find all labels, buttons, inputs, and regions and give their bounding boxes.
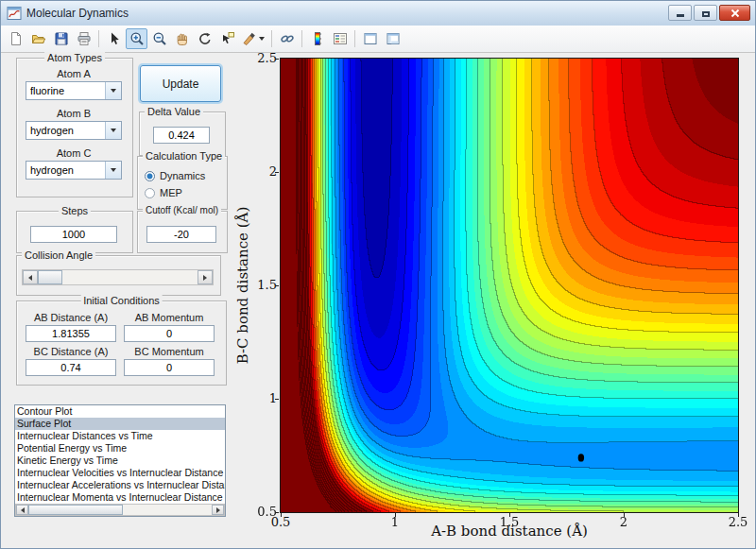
toolbar-separator <box>354 30 355 47</box>
list-item[interactable]: Contour Plot <box>15 405 225 418</box>
radio-selected-icon <box>145 171 155 181</box>
x-tick-label: 2.5 <box>726 515 750 529</box>
show-plot-tools-icon <box>386 31 401 46</box>
list-item[interactable]: Kinetic Energy vs Time <box>15 455 225 467</box>
steps-field[interactable]: 1000 <box>30 226 117 243</box>
chevron-down-icon <box>111 129 116 132</box>
ab-distance-field[interactable]: 1.81355 <box>26 325 116 342</box>
scrollbar-thumb[interactable] <box>28 505 123 515</box>
delta-value-field[interactable]: 0.424 <box>153 127 210 144</box>
minimize-icon <box>677 14 684 17</box>
arrow-right-icon <box>203 275 207 281</box>
toolbar-separator <box>271 30 272 47</box>
window-title: Molecular Dynamics <box>26 7 129 20</box>
list-item[interactable]: Internuclear Accelerations vs Internucle… <box>15 479 225 491</box>
arrow-left-icon <box>21 507 25 513</box>
list-item[interactable]: Potential Energy vs Time <box>15 442 225 455</box>
zoom-out-button[interactable] <box>148 28 170 49</box>
plot-axes-box <box>280 58 739 513</box>
window: Molecular Dynamics Atom T <box>0 0 756 549</box>
scrollbar-left-arrow[interactable] <box>16 505 28 515</box>
dynamics-radio[interactable]: Dynamics <box>145 170 205 181</box>
dynamics-radio-label: Dynamics <box>160 170 205 181</box>
collision-angle-title: Collision Angle <box>22 249 95 261</box>
slider-track[interactable] <box>38 270 198 284</box>
atom-b-dropdown[interactable]: hydrogen <box>26 121 122 140</box>
plot-type-listbox[interactable]: Contour Plot Surface Plot Internuclear D… <box>14 404 226 517</box>
insert-legend-button[interactable] <box>329 28 351 49</box>
title-bar[interactable]: Molecular Dynamics <box>1 1 755 26</box>
show-plot-tools-button[interactable] <box>382 28 404 49</box>
y-tick-mark <box>275 512 279 513</box>
slider-left-arrow[interactable] <box>23 270 38 284</box>
app-icon <box>7 6 22 21</box>
atom-a-dropdown[interactable]: fluorine <box>26 81 122 100</box>
y-axis-label: B-C bond distance (Å) <box>234 207 251 365</box>
save-floppy-icon <box>54 31 69 46</box>
y-tick-label: 1.5 <box>250 278 277 292</box>
slider-thumb[interactable] <box>38 270 62 284</box>
data-cursor-button[interactable] <box>216 28 238 49</box>
chevron-down-icon <box>111 168 116 172</box>
mep-radio[interactable]: MEP <box>145 187 182 198</box>
x-tick-label: 1 <box>383 515 407 529</box>
close-button[interactable] <box>719 5 750 21</box>
toolbar-separator <box>301 30 302 47</box>
brush-dropdown-caret-icon <box>259 37 265 41</box>
list-item[interactable]: Internuclear Distances vs Time <box>15 430 225 442</box>
brush-data-button[interactable] <box>239 28 267 49</box>
bc-distance-label: BC Distance (A) <box>26 346 116 357</box>
cutoff-title: Cutoff (Kcal/ mol) <box>143 205 221 215</box>
atom-c-dropdown[interactable]: hydrogen <box>26 161 122 180</box>
ab-distance-label: AB Distance (A) <box>26 312 116 323</box>
update-button[interactable]: Update <box>140 65 221 102</box>
x-tick-mark <box>738 513 739 517</box>
atom-b-value: hydrogen <box>30 122 104 139</box>
cutoff-field[interactable]: -20 <box>146 226 216 243</box>
print-figure-button[interactable] <box>73 28 94 49</box>
list-item[interactable]: Internuclear Momenta vs Internuclear Dis… <box>15 491 225 504</box>
open-file-button[interactable] <box>27 28 49 49</box>
insert-colorbar-button[interactable] <box>306 28 328 49</box>
collision-angle-slider[interactable] <box>22 269 214 285</box>
printer-icon <box>77 31 92 46</box>
list-item[interactable]: Internuclear Velocities vs Internuclear … <box>15 467 225 479</box>
link-plot-button[interactable] <box>276 28 298 49</box>
atom-a-value: fluorine <box>30 82 104 99</box>
atom-types-title: Atom Types <box>44 52 105 63</box>
mep-radio-label: MEP <box>160 187 182 198</box>
scrollbar-track[interactable] <box>28 505 212 515</box>
y-tick-label: 2.5 <box>250 51 277 65</box>
pointer-arrow-icon <box>107 31 122 46</box>
save-figure-button[interactable] <box>50 28 72 49</box>
pes-canvas[interactable] <box>281 59 738 512</box>
scrollbar-right-arrow[interactable] <box>212 505 224 515</box>
rotate-arrow-icon <box>198 31 213 46</box>
maximize-button[interactable] <box>694 5 717 21</box>
new-document-icon <box>9 31 24 46</box>
ab-momentum-field[interactable]: 0 <box>124 325 215 342</box>
minimize-button[interactable] <box>668 5 692 21</box>
pan-button[interactable] <box>171 28 193 49</box>
delta-value-title: Delta Value <box>145 106 203 117</box>
zoom-in-button[interactable] <box>126 28 147 49</box>
hide-plot-tools-icon <box>363 31 378 46</box>
colorbar-icon <box>310 31 325 46</box>
dropdown-button <box>105 122 121 139</box>
slider-right-arrow[interactable] <box>198 270 213 284</box>
bc-momentum-field[interactable]: 0 <box>124 359 215 376</box>
bc-distance-field[interactable]: 0.74 <box>26 359 116 376</box>
listbox-horizontal-scrollbar[interactable] <box>15 504 225 516</box>
rotate-3d-button[interactable] <box>194 28 215 49</box>
x-tick-mark <box>509 513 510 517</box>
steps-title: Steps <box>59 205 91 216</box>
new-figure-button[interactable] <box>5 28 26 49</box>
hide-plot-tools-button[interactable] <box>359 28 381 49</box>
brush-icon <box>242 31 257 46</box>
edit-plot-button[interactable] <box>103 28 125 49</box>
x-tick-label: 1.5 <box>497 515 522 529</box>
y-tick-mark <box>275 399 279 400</box>
atom-c-label: Atom C <box>26 147 122 159</box>
bc-momentum-label: BC Momentum <box>124 346 215 357</box>
list-item-selected[interactable]: Surface Plot <box>15 418 225 430</box>
